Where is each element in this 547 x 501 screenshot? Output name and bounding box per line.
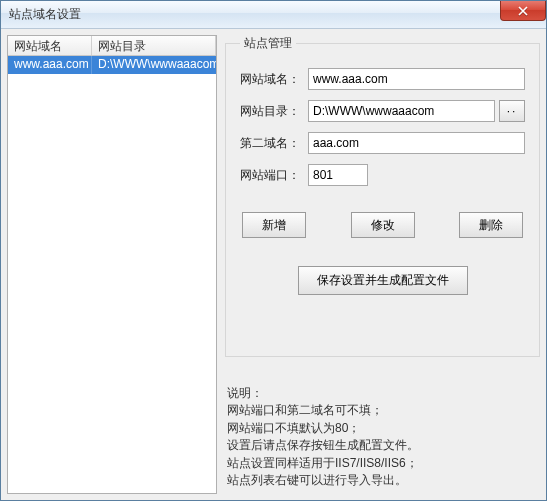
titlebar[interactable]: 站点域名设置: [1, 1, 546, 29]
add-button[interactable]: 新增: [242, 212, 306, 238]
cell-domain: www.aaa.com: [8, 56, 92, 74]
close-button[interactable]: [500, 1, 546, 21]
label-port: 网站端口：: [240, 167, 308, 184]
input-second-domain[interactable]: [308, 132, 525, 154]
help-line: 网站端口不填默认为80；: [227, 420, 540, 437]
site-list[interactable]: 网站域名 网站目录 www.aaa.com D:\WWW\wwwaaacom: [7, 35, 217, 494]
row-domain: 网站域名：: [240, 68, 525, 90]
input-dir[interactable]: [308, 100, 495, 122]
edit-button[interactable]: 修改: [351, 212, 415, 238]
help-text: 说明： 网站端口和第二域名可不填； 网站端口不填默认为80； 设置后请点保存按钮…: [225, 385, 540, 489]
cell-dir: D:\WWW\wwwaaacom: [92, 56, 216, 74]
col-domain[interactable]: 网站域名: [8, 36, 92, 55]
action-buttons: 新增 修改 删除: [240, 212, 525, 238]
label-domain: 网站域名：: [240, 71, 308, 88]
site-manage-group: 站点管理 网站域名： 网站目录： ·· 第二域名： 网站端口：: [225, 35, 540, 357]
row-second-domain: 第二域名：: [240, 132, 525, 154]
client-area: 网站域名 网站目录 www.aaa.com D:\WWW\wwwaaacom 站…: [1, 29, 546, 500]
help-line: 网站端口和第二域名可不填；: [227, 402, 540, 419]
help-line: 设置后请点保存按钮生成配置文件。: [227, 437, 540, 454]
save-row: 保存设置并生成配置文件: [240, 266, 525, 295]
row-dir: 网站目录： ··: [240, 100, 525, 122]
help-line: 站点设置同样适用于IIS7/IIS8/IIS6；: [227, 455, 540, 472]
window-title: 站点域名设置: [9, 6, 81, 23]
right-pane: 站点管理 网站域名： 网站目录： ·· 第二域名： 网站端口：: [225, 35, 540, 494]
close-icon: [518, 6, 528, 16]
browse-button[interactable]: ··: [499, 100, 525, 122]
save-button[interactable]: 保存设置并生成配置文件: [298, 266, 468, 295]
table-body[interactable]: www.aaa.com D:\WWW\wwwaaacom: [8, 56, 216, 493]
delete-button[interactable]: 删除: [459, 212, 523, 238]
app-window: 站点域名设置 网站域名 网站目录 www.aaa.com D:\WWW\wwwa…: [0, 0, 547, 501]
row-port: 网站端口：: [240, 164, 525, 186]
col-dir[interactable]: 网站目录: [92, 36, 216, 55]
help-title: 说明：: [227, 385, 540, 402]
input-domain[interactable]: [308, 68, 525, 90]
label-second-domain: 第二域名：: [240, 135, 308, 152]
table-header: 网站域名 网站目录: [8, 36, 216, 56]
table-row[interactable]: www.aaa.com D:\WWW\wwwaaacom: [8, 56, 216, 74]
label-dir: 网站目录：: [240, 103, 308, 120]
input-port[interactable]: [308, 164, 368, 186]
group-title: 站点管理: [240, 35, 296, 52]
help-line: 站点列表右键可以进行导入导出。: [227, 472, 540, 489]
